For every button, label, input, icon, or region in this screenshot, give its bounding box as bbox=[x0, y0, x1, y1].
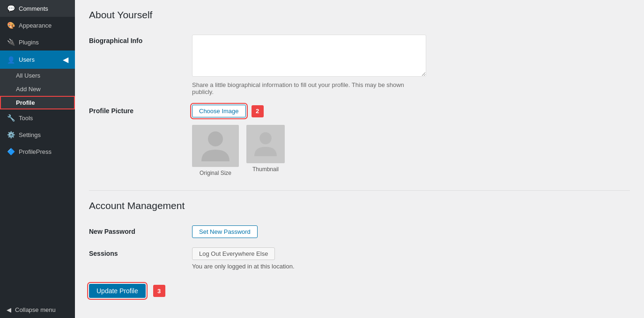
profile-picture-label: Profile Picture bbox=[89, 107, 133, 115]
sidebar-item-settings[interactable]: ⚙️ Settings bbox=[0, 126, 75, 143]
step-badge-2: 2 bbox=[252, 105, 264, 117]
users-icon: 👤 bbox=[7, 56, 15, 64]
sidebar-subitem-profile[interactable]: Profile bbox=[0, 96, 75, 109]
sessions-label: Sessions bbox=[89, 250, 118, 257]
thumbnail-avatar-image bbox=[246, 125, 285, 163]
set-new-password-button[interactable]: Set New Password bbox=[192, 225, 258, 238]
about-yourself-title: About Yourself bbox=[89, 9, 630, 21]
sidebar-item-profilepress[interactable]: 🔷 ProfilePress bbox=[0, 143, 75, 160]
thumbnail-avatar: Thumbnail bbox=[246, 125, 285, 176]
original-avatar-image bbox=[192, 125, 239, 167]
sidebar-item-label: Tools bbox=[19, 115, 33, 122]
new-password-label: New Password bbox=[89, 228, 135, 235]
sidebar-item-label: ProfilePress bbox=[19, 148, 52, 155]
settings-icon: ⚙️ bbox=[7, 131, 15, 138]
sidebar-item-tools[interactable]: 🔧 Tools bbox=[0, 109, 75, 126]
account-form-table: New Password Set New Password Sessions L… bbox=[89, 221, 630, 275]
sidebar-item-label: Settings bbox=[19, 131, 41, 138]
tools-icon: 🔧 bbox=[7, 114, 15, 122]
sidebar-collapse-menu[interactable]: ◀ Collapse menu bbox=[0, 302, 75, 318]
profilepress-icon: 🔷 bbox=[7, 148, 15, 155]
sidebar-subitem-all-users[interactable]: All Users bbox=[0, 69, 75, 82]
bio-hint: Share a little biographical information … bbox=[192, 81, 426, 95]
section-divider bbox=[89, 190, 630, 191]
new-password-row: New Password Set New Password bbox=[89, 221, 630, 243]
about-form-table: Biographical Info Share a little biograp… bbox=[89, 30, 630, 181]
svg-point-1 bbox=[259, 132, 272, 145]
collapse-icon: ◀ bbox=[7, 306, 11, 313]
bio-textarea[interactable] bbox=[192, 35, 426, 77]
plugins-icon: 🔌 bbox=[7, 38, 15, 46]
profile-pic-area: Choose Image 2 Original Size bbox=[192, 105, 630, 176]
sidebar-subitem-add-new[interactable]: Add New bbox=[0, 82, 75, 96]
choose-image-button[interactable]: Choose Image bbox=[192, 105, 246, 117]
svg-point-0 bbox=[208, 131, 223, 146]
original-size-label: Original Size bbox=[200, 170, 231, 176]
profile-picture-row: Profile Picture Choose Image 2 bbox=[89, 100, 630, 181]
comments-icon: 💬 bbox=[7, 5, 15, 12]
sessions-row: Sessions Log Out Everywhere Else You are… bbox=[89, 243, 630, 275]
appearance-icon: 🎨 bbox=[7, 22, 15, 29]
sidebar-item-plugins[interactable]: 🔌 Plugins bbox=[0, 34, 75, 51]
step-badge-3: 3 bbox=[153, 285, 165, 297]
sidebar-item-label: Appearance bbox=[19, 22, 52, 29]
sidebar-item-comments[interactable]: 💬 Comments bbox=[0, 0, 75, 17]
avatars-row: Original Size Thumbnail bbox=[192, 125, 630, 176]
sidebar-item-label: Comments bbox=[19, 5, 48, 12]
sidebar-item-label: Plugins bbox=[19, 39, 39, 46]
update-profile-button[interactable]: Update Profile bbox=[89, 284, 146, 298]
bottom-actions: Update Profile 3 bbox=[89, 284, 630, 298]
logout-everywhere-button[interactable]: Log Out Everywhere Else bbox=[192, 247, 275, 260]
thumbnail-label: Thumbnail bbox=[252, 166, 279, 173]
bio-row: Biographical Info Share a little biograp… bbox=[89, 30, 630, 100]
bio-label: Biographical Info bbox=[89, 37, 142, 44]
sidebar-item-appearance[interactable]: 🎨 Appearance bbox=[0, 17, 75, 34]
users-collapse-arrow: ◀ bbox=[63, 55, 68, 64]
sessions-note: You are only logged in at this location. bbox=[192, 263, 630, 270]
sidebar-item-label: Users bbox=[19, 56, 35, 63]
sidebar-item-users[interactable]: 👤 Users ◀ bbox=[0, 51, 75, 69]
original-size-avatar: Original Size bbox=[192, 125, 239, 176]
account-management-title: Account Management bbox=[89, 200, 630, 211]
